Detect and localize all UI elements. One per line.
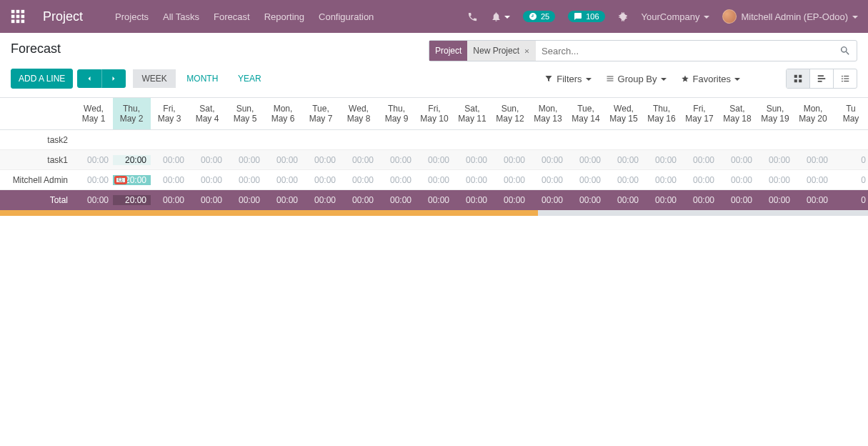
value-cell[interactable]: 00:00 <box>189 155 226 165</box>
date-column[interactable]: Tue,May 14 <box>567 98 605 129</box>
phone-icon[interactable] <box>467 11 478 22</box>
value-cell[interactable]: 00:00 <box>264 155 302 165</box>
date-column[interactable]: Mon,May 6 <box>264 98 302 129</box>
value-cell[interactable]: 00:00 <box>454 175 492 185</box>
value-cell[interactable]: 00:00 <box>567 175 605 185</box>
value-cell[interactable]: 00:00 <box>643 175 681 185</box>
nav-forecast[interactable]: Forecast <box>214 11 250 22</box>
value-cell[interactable]: 00:00 <box>681 175 719 185</box>
value-cell[interactable]: 20:00 <box>113 175 151 185</box>
date-column[interactable]: Sun,May 5 <box>226 98 264 129</box>
value-cell[interactable]: 00:00 <box>340 155 378 165</box>
value-cell[interactable]: 00:00 <box>757 175 794 185</box>
value-cell[interactable]: 00:00 <box>492 155 529 165</box>
value-cell[interactable]: 00:00 <box>226 175 264 185</box>
value-cell[interactable]: 00:00 <box>75 155 113 165</box>
apps-icon[interactable] <box>10 9 26 24</box>
notifications[interactable] <box>491 11 510 22</box>
activity-badge[interactable]: 25 <box>523 11 555 22</box>
value-cell[interactable]: 20:00 <box>113 155 151 165</box>
bug-icon[interactable] <box>618 11 629 22</box>
value-cell[interactable]: 00:00 <box>794 175 832 185</box>
date-column[interactable]: Sun,May 19 <box>757 98 794 129</box>
date-column[interactable]: Wed,May 8 <box>340 98 378 129</box>
date-column[interactable]: Fri,May 3 <box>151 98 189 129</box>
view-kanban-button[interactable] <box>787 69 810 88</box>
search-icon[interactable] <box>839 45 851 56</box>
date-column[interactable]: TuMay <box>832 98 868 129</box>
value-cell[interactable]: 00:00 <box>189 175 226 185</box>
value-cell[interactable]: 00:00 <box>605 155 643 165</box>
value-cell[interactable]: 00:00 <box>567 155 605 165</box>
date-column[interactable]: Fri,May 10 <box>416 98 454 129</box>
scale-year-button[interactable]: YEAR <box>229 69 270 88</box>
value-cell[interactable]: 00:00 <box>302 175 340 185</box>
favorites-dropdown[interactable]: Favorites <box>677 71 744 87</box>
value-cell[interactable]: 00:00 <box>264 175 302 185</box>
user-menu[interactable]: Mitchell Admin (EP-Odoo) <box>722 9 858 24</box>
date-column[interactable]: Thu,May 2 <box>113 98 151 129</box>
caret-down-icon <box>586 78 592 81</box>
magnify-icon[interactable] <box>114 176 127 184</box>
date-column[interactable]: Sat,May 4 <box>189 98 226 129</box>
value-cell[interactable]: 0 <box>832 155 868 165</box>
prev-button[interactable] <box>77 69 101 88</box>
nav-configuration[interactable]: Configuration <box>319 11 374 22</box>
value-cell[interactable]: 00:00 <box>529 155 567 165</box>
value-cell[interactable]: 00:00 <box>643 155 681 165</box>
value-cell[interactable]: 00:00 <box>529 175 567 185</box>
group-by-dropdown[interactable]: Group By <box>602 71 671 87</box>
messaging-badge[interactable]: 106 <box>568 11 604 22</box>
nav-projects[interactable]: Projects <box>115 11 149 22</box>
nav-reporting[interactable]: Reporting <box>264 11 304 22</box>
brand-title[interactable]: Project <box>43 9 83 24</box>
total-cell: 00:00 <box>567 195 605 205</box>
nav-all-tasks[interactable]: All Tasks <box>163 11 199 22</box>
value-cell[interactable]: 00:00 <box>757 155 794 165</box>
value-cell[interactable]: 00:00 <box>605 175 643 185</box>
value-cell[interactable]: 00:00 <box>226 155 264 165</box>
value-cell[interactable]: 0 <box>832 175 868 185</box>
search-box[interactable]: Project New Project <box>429 40 857 61</box>
value-cell[interactable]: 00:00 <box>681 155 719 165</box>
search-input[interactable] <box>536 46 839 56</box>
company-switcher[interactable]: YourCompany <box>642 11 710 22</box>
filters-dropdown[interactable]: Filters <box>540 71 595 87</box>
date-column[interactable]: Wed,May 15 <box>605 98 643 129</box>
value-cell[interactable]: 00:00 <box>794 155 832 165</box>
view-gantt-button[interactable] <box>810 69 834 88</box>
value-cell[interactable]: 00:00 <box>416 175 454 185</box>
scale-month-button[interactable]: MONTH <box>178 69 226 88</box>
value-cell[interactable]: 00:00 <box>75 175 113 185</box>
value-cell[interactable]: 00:00 <box>378 175 416 185</box>
scale-week-button[interactable]: WEEK <box>133 69 175 88</box>
date-column[interactable]: Mon,May 20 <box>794 98 832 129</box>
date-column[interactable]: Sat,May 18 <box>719 98 757 129</box>
value-cell[interactable]: 00:00 <box>378 155 416 165</box>
value-cell[interactable]: 00:00 <box>340 175 378 185</box>
date-column[interactable]: Thu,May 9 <box>378 98 416 129</box>
value-cell[interactable]: 00:00 <box>454 155 492 165</box>
grid-icon <box>793 74 803 84</box>
value-cell[interactable]: 00:00 <box>492 175 529 185</box>
view-list-button[interactable] <box>834 69 857 88</box>
date-column[interactable]: Sun,May 12 <box>492 98 529 129</box>
value-cell[interactable]: 00:00 <box>151 155 189 165</box>
value-cell[interactable]: 00:00 <box>719 155 757 165</box>
date-column[interactable]: Thu,May 16 <box>643 98 681 129</box>
caret-down-icon <box>704 16 709 19</box>
value-cell[interactable]: 00:00 <box>416 155 454 165</box>
close-icon[interactable] <box>524 48 530 54</box>
add-a-line-button[interactable]: ADD A LINE <box>11 69 73 89</box>
date-column[interactable]: Sat,May 11 <box>454 98 492 129</box>
date-column[interactable]: Tue,May 7 <box>302 98 340 129</box>
next-button[interactable] <box>101 69 126 88</box>
filter-bar: Filters Group By Favorites <box>540 69 857 89</box>
date-column[interactable]: Wed,May 1 <box>75 98 113 129</box>
date-column[interactable]: Mon,May 13 <box>529 98 567 129</box>
value-cell[interactable]: 00:00 <box>151 175 189 185</box>
value-cell[interactable]: 00:00 <box>302 155 340 165</box>
topbar-right: 25 106 YourCompany Mitchell Admin (EP-Od… <box>467 9 858 24</box>
date-column[interactable]: Fri,May 17 <box>681 98 719 129</box>
value-cell[interactable]: 00:00 <box>719 175 757 185</box>
